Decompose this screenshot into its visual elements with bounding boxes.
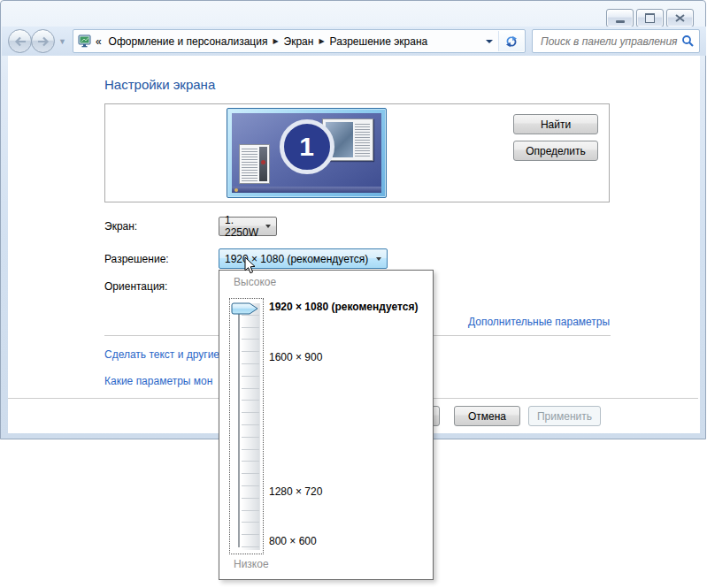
cancel-button[interactable]: Отмена	[454, 406, 520, 426]
breadcrumb-item-resolution[interactable]: Разрешение экрана	[326, 35, 433, 48]
resolution-option[interactable]: 1600 × 900	[269, 351, 322, 363]
slider-track[interactable]	[242, 303, 260, 550]
close-button[interactable]	[666, 9, 694, 27]
monitor-screen: 1	[232, 113, 381, 193]
screen-label: Экран:	[104, 220, 137, 233]
search-input[interactable]	[539, 34, 681, 49]
close-icon	[675, 14, 685, 22]
resolution-option[interactable]: 1920 × 1080 (рекомендуется)	[269, 301, 418, 313]
resolution-label: Разрешение:	[104, 253, 169, 265]
breadcrumb-item-display[interactable]: Экран	[280, 35, 319, 48]
screen-select-value: 1. 2250W	[225, 214, 258, 239]
mouse-cursor-icon	[244, 256, 257, 275]
refresh-button[interactable]	[498, 31, 524, 51]
breadcrumb-overflow[interactable]: «	[92, 35, 104, 48]
identify-button[interactable]: Определить	[513, 141, 598, 161]
advanced-settings-link[interactable]: Дополнительные параметры	[468, 316, 610, 328]
chevron-down-icon	[265, 225, 271, 228]
low-label: Низкое	[234, 558, 269, 570]
chevron-down-icon	[376, 257, 381, 261]
screen-select[interactable]: 1. 2250W	[219, 217, 277, 236]
back-icon	[13, 35, 27, 48]
resolution-option[interactable]: 800 × 600	[269, 535, 317, 547]
orientation-label: Ориентация:	[104, 280, 167, 293]
resolution-option[interactable]: 1280 × 720	[269, 485, 322, 498]
caption-buttons	[606, 9, 694, 27]
address-bar[interactable]: « Оформление и персонализация ▶ Экран ▶ …	[73, 29, 526, 53]
breadcrumb-item-appearance[interactable]: Оформление и персонализация	[104, 35, 273, 48]
monitor-number: 1	[299, 132, 314, 162]
resolution-dropdown-panel: Высокое 1920 × 1080 (рекомендуется) 1600…	[219, 270, 434, 580]
search-box[interactable]	[532, 29, 700, 53]
search-icon[interactable]	[681, 34, 695, 48]
maximize-icon	[645, 13, 655, 23]
back-button[interactable]	[8, 29, 32, 53]
desktop-dialog-thumbnail	[239, 144, 270, 184]
minimize-button[interactable]	[606, 9, 634, 27]
make-text-larger-link[interactable]: Сделать текст и другие	[104, 348, 219, 361]
forward-icon	[36, 35, 50, 48]
resolution-slider[interactable]	[229, 298, 264, 554]
minimize-icon	[616, 20, 625, 23]
breadcrumb-separator-icon: ▶	[318, 37, 325, 45]
navigation-bar: ▼ « Оформление и персонализация ▶ Экран …	[2, 27, 706, 56]
page-title: Настройки экрана	[104, 77, 215, 92]
apply-button[interactable]: Применить	[528, 406, 601, 426]
monitor-number-badge: 1	[280, 119, 334, 174]
find-button[interactable]: Найти	[513, 114, 598, 134]
refresh-icon	[504, 34, 519, 49]
recent-pages-chevron-icon[interactable]: ▼	[58, 37, 66, 46]
slider-thumb[interactable]	[231, 302, 259, 315]
forward-button[interactable]	[31, 29, 55, 53]
maximize-button[interactable]	[636, 9, 664, 27]
what-display-settings-link[interactable]: Какие параметры мон	[104, 375, 212, 387]
chevron-down-icon	[486, 40, 493, 43]
display-icon	[78, 34, 92, 48]
taskbar-thumbnail	[232, 187, 381, 193]
address-dropdown-button[interactable]	[480, 31, 498, 51]
slider-groove	[238, 306, 240, 547]
start-orb-icon	[234, 188, 238, 192]
breadcrumb-separator-icon: ▶	[272, 37, 279, 45]
high-label: Высокое	[234, 276, 276, 288]
monitor-preview[interactable]: 1	[227, 108, 387, 198]
